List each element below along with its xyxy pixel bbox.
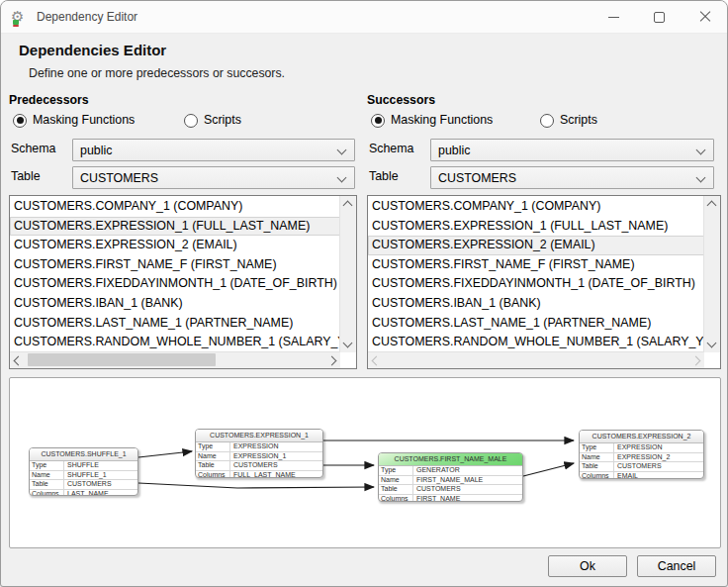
scroll-down-icon (343, 339, 353, 348)
page-title: Dependencies Editor (19, 42, 166, 58)
list-item[interactable]: CUSTOMERS.FIXEDDAYINMONTH_1 (DATE_OF_BIR… (10, 274, 340, 294)
diagram-node-expression-1[interactable]: CUSTOMERS.EXPRESSION_1 TypeEXPRESSION Na… (195, 429, 323, 478)
chevron-down-icon (696, 146, 706, 155)
successors-table-select[interactable]: CUSTOMERS (430, 166, 714, 189)
dependency-editor-window: ⚙ Dependency Editor Dependencies Editor … (0, 0, 728, 587)
predecessors-list: CUSTOMERS.COMPANY_1 (COMPANY) CUSTOMERS.… (9, 195, 357, 369)
minimize-button[interactable] (592, 1, 636, 33)
diagram-node-first-name-male[interactable]: CUSTOMERS.FIRST_NAME_MALE TypeGENERATOR … (378, 452, 523, 502)
close-icon (699, 11, 711, 23)
successors-radio-row: Masking Functions Scripts (371, 111, 707, 126)
predecessors-table-select[interactable]: CUSTOMERS (72, 166, 355, 189)
predecessors-schema-select[interactable]: public (72, 139, 355, 161)
list-item[interactable]: CUSTOMERS.IBAN_1 (BANK) (368, 294, 704, 314)
predecessors-list-items: CUSTOMERS.COMPANY_1 (COMPANY) CUSTOMERS.… (10, 197, 340, 352)
successors-masking-functions-radio[interactable]: Masking Functions (371, 111, 493, 129)
list-item[interactable]: CUSTOMERS.COMPANY_1 (COMPANY) (368, 197, 704, 217)
scroll-up-icon (343, 201, 353, 211)
successors-section-label: Successors (367, 93, 435, 107)
chevron-down-icon (696, 173, 706, 183)
scrollbar-thumb[interactable] (28, 353, 216, 366)
radio-unselected-icon (184, 114, 198, 128)
successors-list: CUSTOMERS.COMPANY_1 (COMPANY) CUSTOMERS.… (367, 195, 721, 369)
successors-schema-label: Schema (369, 142, 413, 155)
window-title: Dependency Editor (37, 10, 137, 24)
predecessors-radio-row: Masking Functions Scripts (13, 111, 349, 126)
horizontal-scrollbar[interactable] (10, 351, 340, 368)
successors-scripts-radio[interactable]: Scripts (540, 111, 597, 129)
predecessors-schema-label: Schema (11, 142, 55, 155)
close-button[interactable] (682, 1, 727, 33)
minimize-icon (608, 17, 619, 18)
successors-schema-select[interactable]: public (430, 139, 714, 161)
scroll-left-icon (372, 356, 382, 366)
predecessors-masking-functions-radio[interactable]: Masking Functions (13, 111, 135, 129)
scroll-up-icon (707, 201, 717, 211)
app-gear-icon: ⚙ (11, 8, 29, 26)
diagram-node-expression-2[interactable]: CUSTOMERS.EXPRESSION_2 TypeEXPRESSION Na… (579, 430, 704, 479)
successors-table-label: Table (369, 169, 399, 183)
scroll-down-icon (707, 339, 717, 348)
list-item[interactable]: CUSTOMERS.LAST_NAME_1 (PARTNER_NAME) (10, 314, 340, 334)
horizontal-scrollbar[interactable] (368, 351, 704, 368)
scroll-right-icon (327, 356, 337, 366)
diagram-node-shuffle-1[interactable]: CUSTOMERS.SHUFFLE_1 TypeSHUFFLE NameSHUF… (29, 447, 138, 496)
scroll-right-icon (691, 356, 701, 366)
dependency-diagram: CUSTOMERS.SHUFFLE_1 TypeSHUFFLE NameSHUF… (9, 377, 721, 548)
list-item[interactable]: CUSTOMERS.EXPRESSION_2 (EMAIL) (10, 236, 340, 255)
radio-selected-icon (371, 114, 385, 128)
list-item-selected[interactable]: CUSTOMERS.EXPRESSION_2 (EMAIL) (368, 236, 704, 255)
cancel-button[interactable]: Cancel (637, 555, 716, 577)
maximize-icon (654, 12, 665, 23)
list-item[interactable]: CUSTOMERS.IBAN_1 (BANK) (10, 294, 340, 314)
maximize-button[interactable] (637, 1, 682, 33)
radio-unselected-icon (540, 114, 554, 128)
titlebar[interactable]: ⚙ Dependency Editor (1, 1, 727, 34)
successors-list-items: CUSTOMERS.COMPANY_1 (COMPANY) CUSTOMERS.… (368, 197, 704, 352)
list-item[interactable]: CUSTOMERS.EXPRESSION_1 (FULL_LAST_NAME) (368, 217, 704, 237)
list-item[interactable]: CUSTOMERS.COMPANY_1 (COMPANY) (10, 197, 340, 217)
list-item[interactable]: CUSTOMERS.FIRST_NAME_F (FIRST_NAME) (10, 255, 340, 275)
ok-button[interactable]: Ok (548, 555, 627, 577)
list-item[interactable]: CUSTOMERS.RANDOM_WHOLE_NUMBER_1 (SALARY_… (368, 333, 704, 352)
page-subtitle: Define one or more predecessors or succe… (29, 66, 285, 80)
vertical-scrollbar[interactable] (339, 196, 356, 352)
list-item[interactable]: CUSTOMERS.FIRST_NAME_F (FIRST_NAME) (368, 255, 704, 275)
vertical-scrollbar[interactable] (703, 196, 720, 352)
list-item-selected[interactable]: CUSTOMERS.EXPRESSION_1 (FULL_LAST_NAME) (10, 217, 340, 237)
chevron-down-icon (337, 146, 347, 155)
predecessors-scripts-radio[interactable]: Scripts (184, 111, 241, 129)
scroll-left-icon (14, 356, 24, 366)
chevron-down-icon (337, 173, 347, 183)
list-item[interactable]: CUSTOMERS.FIXEDDAYINMONTH_1 (DATE_OF_BIR… (368, 274, 704, 294)
predecessors-table-label: Table (11, 169, 41, 183)
list-item[interactable]: CUSTOMERS.RANDOM_WHOLE_NUMBER_1 (SALARY_… (10, 333, 340, 352)
radio-selected-icon (13, 114, 27, 128)
predecessors-section-label: Predecessors (9, 93, 89, 107)
list-item[interactable]: CUSTOMERS.LAST_NAME_1 (PARTNER_NAME) (368, 314, 704, 334)
